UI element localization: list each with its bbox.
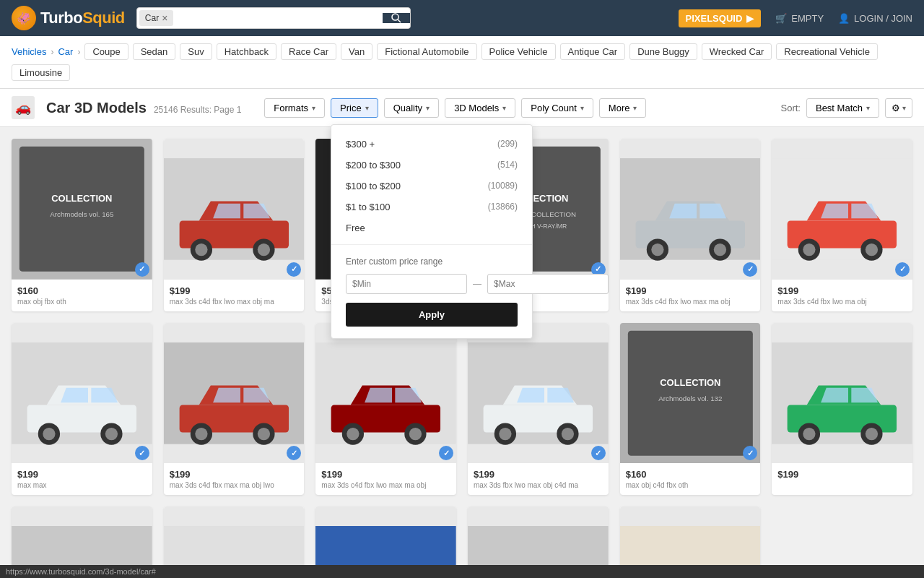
- product-info: $199max max: [12, 463, 152, 495]
- price-1-100-label: $1 to $100: [346, 202, 390, 212]
- quality-filter-button[interactable]: Quality ▾: [384, 98, 439, 118]
- price-option-free[interactable]: Free: [331, 217, 532, 238]
- sort-button[interactable]: Best Match ▾: [806, 98, 879, 118]
- models-chevron-icon: ▾: [502, 104, 506, 112]
- breadcrumb-rv[interactable]: Recreational Vehicle: [776, 43, 878, 60]
- price-max-input[interactable]: [487, 274, 609, 294]
- product-image: ✓: [315, 323, 456, 464]
- breadcrumb-racecar[interactable]: Race Car: [281, 43, 336, 60]
- product-card[interactable]: $199: [772, 323, 912, 496]
- user-icon: 👤: [838, 13, 850, 24]
- product-card[interactable]: COLLECTION Archmodels vol. 165 ✓$160max …: [12, 139, 152, 311]
- product-card[interactable]: COLLECTION Archmodels vol. 132 ✓$160max …: [620, 323, 761, 496]
- product-image: COLLECTION Archmodels vol. 165 ✓: [12, 139, 152, 280]
- product-card[interactable]: ✓$199max max: [12, 323, 152, 496]
- price-option-200-300[interactable]: $200 to $300 (514): [331, 155, 532, 176]
- logo-icon: 🦑: [12, 6, 36, 30]
- breadcrumb: Vehicles › Car › Coupe Sedan Suv Hatchba…: [0, 36, 924, 89]
- price-dropdown: $300 + (299) $200 to $300 (514) $100 to …: [331, 124, 533, 339]
- pixelsquid-button[interactable]: PIXELSQUID ▶: [679, 9, 762, 27]
- product-card[interactable]: ✓$199max 3ds c4d fbx max ma obj lwo: [164, 323, 305, 496]
- search-button[interactable]: [383, 13, 410, 23]
- svg-point-0: [392, 14, 398, 20]
- poly-label: Poly Count: [531, 103, 577, 113]
- product-formats: max 3ds c4d fbx max ma obj lwo: [170, 481, 299, 489]
- price-min-input[interactable]: [346, 274, 467, 294]
- login-button[interactable]: 👤 LOGIN / JOIN: [838, 13, 912, 24]
- cart-button[interactable]: 🛒 EMPTY: [775, 13, 824, 24]
- price-300plus-count: (299): [497, 139, 518, 149]
- product-info: $199max 3ds c4d fbx lwo max ma obj: [620, 280, 761, 311]
- cart-icon: 🛒: [775, 13, 787, 24]
- price-300plus-label: $300 +: [346, 139, 375, 150]
- search-tag-close-icon[interactable]: ×: [162, 13, 167, 23]
- product-info: $199: [772, 463, 912, 487]
- breadcrumb-sedan[interactable]: Sedan: [133, 43, 176, 60]
- svg-rect-62: [627, 330, 752, 455]
- price-chevron-icon: ▾: [365, 104, 369, 112]
- breadcrumb-antique[interactable]: Antique Car: [560, 43, 626, 60]
- svg-point-60: [562, 428, 574, 440]
- breadcrumb-dune[interactable]: Dune Buggy: [629, 43, 697, 60]
- logo-text: TurboSquid: [40, 9, 125, 27]
- product-price: $199: [170, 469, 299, 480]
- product-card[interactable]: ✓$199max 3ds c4d fbx lwo max ma obj: [315, 323, 456, 496]
- price-option-100-200[interactable]: $100 to $200 (10089): [331, 176, 532, 197]
- svg-line-1: [398, 20, 401, 22]
- formats-filter-button[interactable]: Formats ▾: [264, 98, 325, 118]
- breadcrumb-suv[interactable]: Suv: [180, 43, 212, 60]
- breadcrumb-limousine[interactable]: Limousine: [12, 64, 70, 81]
- product-image: ✓: [164, 139, 305, 280]
- price-option-300plus[interactable]: $300 + (299): [331, 134, 532, 155]
- breadcrumb-fictional[interactable]: Fictional Automobile: [377, 43, 476, 60]
- search-bar: Car ×: [136, 7, 411, 29]
- product-formats: max 3ds c4d fbx lwo max ma obj: [626, 298, 755, 306]
- svg-point-46: [195, 428, 207, 440]
- search-input[interactable]: [175, 9, 382, 28]
- product-formats: max 3ds c4d fbx lwo ma obj: [777, 298, 907, 306]
- product-card[interactable]: ✓$199max 3ds c4d fbx lwo max ma obj: [620, 139, 761, 311]
- pixelsquid-icon: ▶: [746, 13, 754, 24]
- breadcrumb-hatchback[interactable]: Hatchback: [217, 43, 276, 60]
- product-card[interactable]: ✓$199max 3ds c4d fbx lwo ma obj: [772, 139, 912, 311]
- breadcrumb-police[interactable]: Police Vehicle: [481, 43, 556, 60]
- 3dmodels-filter-button[interactable]: 3D Models ▾: [445, 98, 515, 118]
- price-option-1-100[interactable]: $1 to $100 (13866): [331, 197, 532, 217]
- price-100-200-count: (10089): [488, 181, 518, 191]
- price-filter-button[interactable]: Price ▾: [331, 98, 378, 118]
- product-price: $199: [17, 469, 147, 480]
- price-1-100-count: (13866): [488, 202, 518, 212]
- settings-icon: ⚙: [892, 103, 900, 113]
- product-price: $160: [626, 469, 755, 480]
- breadcrumb-sep-2: ›: [77, 47, 80, 57]
- product-info: $199max 3ds fbx lwo max obj c4d ma: [468, 463, 609, 495]
- sort-value: Best Match: [816, 103, 863, 113]
- breadcrumb-car[interactable]: Car: [58, 46, 73, 57]
- svg-point-68: [803, 428, 816, 440]
- breadcrumb-van[interactable]: Van: [341, 43, 372, 60]
- product-image: COLLECTION Archmodels vol. 132 ✓: [620, 323, 761, 464]
- logo[interactable]: 🦑 TurboSquid: [12, 6, 125, 30]
- svg-point-58: [499, 428, 511, 440]
- filter-bar: Formats ▾ Price ▾ $300 + (299) $200 to $…: [264, 98, 912, 118]
- verified-badge: ✓: [287, 262, 301, 277]
- poly-chevron-icon: ▾: [580, 104, 584, 112]
- search-tag-text: Car: [145, 13, 159, 23]
- polycount-filter-button[interactable]: Poly Count ▾: [521, 98, 593, 118]
- formats-label: Formats: [274, 103, 308, 113]
- breadcrumb-sep-1: ›: [51, 47, 53, 57]
- more-filter-button[interactable]: More ▾: [599, 98, 647, 118]
- product-card[interactable]: ✓$199max 3ds c4d fbx lwo max obj ma: [164, 139, 305, 311]
- cart-label: EMPTY: [791, 13, 824, 24]
- breadcrumb-vehicles[interactable]: Vehicles: [12, 46, 46, 57]
- statusbar: https://www.turbosquid.com/3d-model/car#: [0, 565, 924, 578]
- product-formats: max max: [17, 481, 147, 489]
- apply-button[interactable]: Apply: [346, 303, 518, 327]
- breadcrumb-coupe[interactable]: Coupe: [84, 43, 128, 60]
- breadcrumb-wrecked[interactable]: Wrecked Car: [702, 43, 772, 60]
- price-label: Price: [340, 103, 362, 113]
- product-info: $160max obj fbx oth: [12, 280, 152, 311]
- settings-button[interactable]: ⚙ ▾: [885, 98, 912, 118]
- product-card[interactable]: ✓$199max 3ds fbx lwo max obj c4d ma: [468, 323, 609, 496]
- price-200-300-label: $200 to $300: [346, 160, 401, 171]
